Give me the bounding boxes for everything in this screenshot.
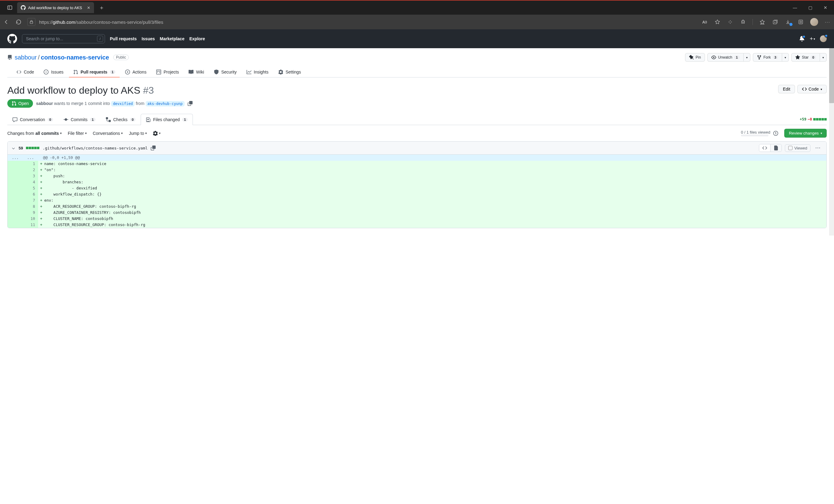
read-aloud-button[interactable]: A)) [701, 19, 708, 25]
code-menu-button[interactable]: Code ▾ [797, 85, 827, 93]
close-window-button[interactable]: ✕ [822, 5, 829, 10]
tab-pull-requests[interactable]: Pull requests 1 [69, 67, 119, 78]
file-diff-blocks-icon [26, 147, 39, 149]
addition-marker-icon: + [38, 210, 44, 216]
minimize-button[interactable]: — [792, 5, 798, 10]
file-menu-button[interactable]: ··· [814, 144, 823, 152]
subtab-conversation[interactable]: Conversation 0 [7, 114, 58, 125]
mark-viewed-checkbox[interactable]: Viewed [785, 144, 811, 152]
rendered-view-button[interactable] [770, 144, 782, 152]
source-view-button[interactable] [759, 144, 770, 152]
diff-line-added[interactable]: 10+ CLUSTER_NAME: contosobipfh [8, 216, 826, 222]
search-input[interactable] [22, 34, 105, 43]
code-content: workflow_dispatch: {} [44, 191, 826, 197]
review-changes-button[interactable]: Review changes ▾ [784, 129, 827, 138]
subtab-checks[interactable]: Checks 0 [101, 114, 141, 125]
profile-button[interactable] [810, 18, 818, 26]
tab-settings[interactable]: Settings [274, 67, 305, 78]
repo-header: sabbour/contoso-names-service Public Pin… [0, 48, 834, 78]
head-branch-label[interactable]: aks-devhub-cyunp [146, 101, 184, 107]
collapse-file-button[interactable] [11, 146, 16, 150]
tab-projects[interactable]: Projects [152, 67, 183, 78]
diff-line-added[interactable]: 5+ - devxified [8, 185, 826, 191]
refresh-button[interactable] [15, 19, 22, 25]
nav-explore[interactable]: Explore [189, 36, 205, 41]
repo-breadcrumb: sabbour/contoso-names-service [15, 54, 109, 61]
extensions-button[interactable] [740, 19, 746, 25]
browser-tool-button[interactable] [797, 19, 804, 25]
diff-line-added[interactable]: 2+"on": [8, 167, 826, 173]
diff-line-added[interactable]: 9+ AZURE_CONTAINER_REGISTRY: contosobipf… [8, 210, 826, 216]
address-bar[interactable]: https://github.com/sabbour/contoso-names… [27, 18, 696, 26]
tab-issues[interactable]: Issues [39, 67, 67, 78]
tab-close-button[interactable]: ✕ [87, 5, 90, 10]
diff-line-added[interactable]: 7+env: [8, 197, 826, 203]
fork-menu-caret[interactable]: ▾ [782, 53, 789, 62]
subtab-files-changed[interactable]: Files changed 1 [141, 114, 193, 125]
nav-issues[interactable]: Issues [141, 36, 155, 41]
favorite-button[interactable] [714, 19, 721, 25]
tab-code[interactable]: Code [12, 67, 38, 78]
tab-actions[interactable]: Actions [121, 67, 151, 78]
line-number: 5 [23, 185, 38, 191]
file-path[interactable]: .github/workflows/contoso-names-service.… [42, 146, 147, 150]
diff-line-added[interactable]: 1+name: contoso-names-service [8, 161, 826, 167]
back-button[interactable] [3, 19, 10, 25]
pin-button[interactable]: Pin [685, 53, 705, 62]
browser-tab[interactable]: Add workflow to deploy to AKS ✕ [17, 2, 94, 13]
search-slash-hint: / [97, 36, 103, 42]
extension-icon[interactable] [727, 19, 733, 25]
collections-button[interactable] [772, 19, 778, 25]
subtab-commits[interactable]: Commits 1 [58, 114, 101, 125]
pr-author-link[interactable]: sabbour [36, 101, 53, 106]
star-button[interactable]: Star 0 [791, 53, 820, 62]
nav-pull-requests[interactable]: Pull requests [110, 36, 137, 41]
diff-line-added[interactable]: 11+ CLUSTER_RESOURCE_GROUP: contoso-bipf… [8, 222, 826, 228]
tab-wiki[interactable]: Wiki [184, 67, 208, 78]
watch-menu-caret[interactable]: ▾ [744, 53, 750, 62]
svg-point-3 [729, 22, 730, 23]
copy-branch-button[interactable] [188, 101, 193, 106]
hunk-header-text: @@ -0,0 +1,59 @@ [38, 155, 826, 161]
edit-pr-button[interactable]: Edit [778, 85, 795, 93]
browser-menu-button[interactable]: ··· [824, 19, 831, 25]
create-new-menu[interactable]: +▾ [810, 36, 815, 42]
star-menu-caret[interactable]: ▾ [820, 53, 827, 62]
diff-table: ......@@ -0,0 +1,59 @@1+name: contoso-na… [8, 155, 826, 228]
tab-insights[interactable]: Insights [242, 67, 273, 78]
diff-settings-button[interactable]: ▾ [153, 131, 160, 136]
diff-line-added[interactable]: 3+ push: [8, 173, 826, 179]
user-avatar-menu[interactable] [820, 36, 827, 42]
checkbox-icon [788, 146, 792, 150]
info-icon[interactable] [773, 131, 778, 136]
tab-overview-button[interactable] [5, 3, 14, 12]
new-tab-button[interactable]: ＋ [97, 4, 106, 11]
changes-from-dropdown[interactable]: Changes from all commits ▾ [7, 131, 62, 136]
conversations-dropdown[interactable]: Conversations ▾ [93, 131, 123, 136]
page-scrollbar[interactable] [829, 48, 834, 236]
jump-to-dropdown[interactable]: Jump to ▾ [129, 131, 147, 136]
tab-security[interactable]: Security [210, 67, 241, 78]
downloads-button[interactable] [785, 19, 791, 25]
diff-line-added[interactable]: 4+ branches: [8, 179, 826, 185]
line-number: 9 [23, 210, 38, 216]
diff-line-added[interactable]: 6+ workflow_dispatch: {} [8, 191, 826, 197]
favorites-list-button[interactable] [759, 19, 766, 25]
base-branch-label[interactable]: devxified [111, 101, 135, 107]
site-info-button[interactable] [27, 18, 36, 26]
diff-line-added[interactable]: 8+ ACR_RESOURCE_GROUP: contoso-bipfh-rg [8, 203, 826, 210]
github-logo-icon[interactable] [7, 34, 17, 44]
line-number: 7 [23, 197, 38, 203]
maximize-button[interactable]: ▢ [807, 5, 813, 10]
expand-hunk-button[interactable]: ... [8, 155, 23, 161]
notifications-button[interactable] [799, 36, 805, 42]
repo-name-link[interactable]: contoso-names-service [41, 54, 109, 61]
star-label: Star [802, 55, 809, 60]
unwatch-button[interactable]: Unwatch 1 [707, 53, 744, 62]
repo-owner-link[interactable]: sabbour [15, 54, 37, 61]
copy-path-button[interactable] [151, 146, 156, 150]
file-filter-dropdown[interactable]: File filter ▾ [68, 131, 87, 136]
addition-marker-icon: + [38, 161, 44, 167]
nav-marketplace[interactable]: Marketplace [160, 36, 184, 41]
fork-button[interactable]: Fork 3 [753, 53, 782, 62]
